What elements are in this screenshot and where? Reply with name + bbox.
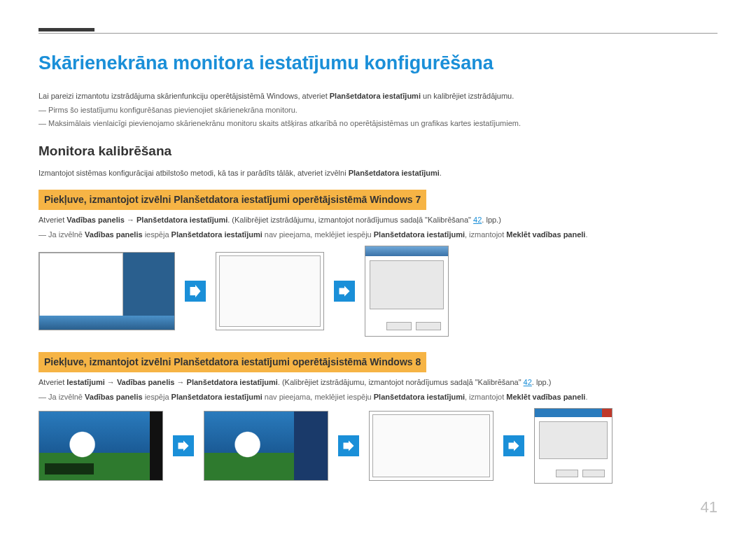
win8-d-m3: , izmantojot: [465, 393, 506, 401]
arrow-icon: [338, 435, 359, 456]
intro-text-1: Lai pareizi izmantotu izstrādājuma skāri…: [38, 92, 330, 100]
win8-b1: Iestatījumi: [66, 378, 104, 386]
svg-marker-1: [340, 286, 350, 297]
win8-tail: . lpp.): [532, 378, 552, 386]
svg-marker-2: [178, 441, 189, 451]
win8-note: Ja izvēlnē Vadības panelis iespēja Planš…: [38, 391, 718, 403]
win8-heading-band: Piekļuve, izmantojot izvēlni Planšetdato…: [38, 352, 426, 372]
win8-shot-desktop: [38, 411, 163, 481]
arrow-icon: [503, 435, 524, 456]
win8-d-b2: Planšetdatora iestatījumi: [172, 393, 262, 401]
win7-d-b2: Planšetdatora iestatījumi: [172, 230, 262, 239]
win8-d-t1: Ja izvēlnē: [48, 393, 85, 401]
win7-page-link[interactable]: 42: [473, 216, 482, 224]
win7-b1: Vadības panelis: [66, 216, 125, 224]
arrow-icon: [173, 435, 194, 456]
win7-b2: Planšetdatora iestatījumi: [136, 216, 227, 224]
win7-paragraph: Atveriet Vadības panelis → Planšetdatora…: [38, 214, 718, 226]
win8-d-m1: iespēja: [143, 393, 172, 401]
win7-d-m3: , izmantojot: [465, 230, 506, 239]
win8-a1: →: [105, 378, 117, 386]
intro-text-2: un kalibrējiet izstrādājumu.: [421, 92, 514, 100]
win8-screenshot-row: [38, 408, 718, 484]
win7-a1: →: [125, 216, 136, 224]
win8-t1: Atveriet: [38, 378, 66, 386]
win7-heading-band: Piekļuve, izmantojot izvēlni Planšetdato…: [38, 190, 426, 210]
section-heading: Monitora kalibrēšana: [38, 141, 718, 162]
win7-t1: Atveriet: [38, 216, 66, 224]
win8-b3: Planšetdatora iestatījumi: [187, 378, 278, 386]
win7-shot-controlpanel: [216, 252, 324, 330]
win8-a2: →: [174, 378, 186, 386]
win8-page-link[interactable]: 42: [524, 378, 532, 386]
win8-b2: Vadības panelis: [117, 378, 175, 386]
win8-d-b1: Vadības panelis: [85, 393, 143, 401]
win8-shot-settings-charm: [204, 411, 328, 481]
win8-paragraph: Atveriet Iestatījumi → Vadības panelis →…: [38, 377, 718, 388]
win7-mid: . (Kalibrējiet izstrādājumu, izmantojot …: [227, 216, 473, 224]
win7-d-b4: Meklēt vadības paneli: [506, 230, 585, 239]
section-paragraph: Izmantojot sistēmas konfigurācijai atbil…: [38, 167, 718, 179]
svg-marker-3: [344, 441, 354, 451]
win7-d-m1: iespēja: [143, 230, 172, 239]
win7-d-b1: Vadības panelis: [85, 230, 143, 239]
win8-d-b3: Planšetdatora iestatījumi: [374, 393, 465, 401]
intro-paragraph: Lai pareizi izmantotu izstrādājuma skāri…: [38, 90, 718, 102]
win7-d-m2: nav pieejama, meklējiet iespēju: [262, 230, 374, 239]
intro-note-1: Pirms šo iestatījumu konfigurēšanas piev…: [38, 104, 718, 116]
chapter-rule-thin: [38, 33, 718, 34]
section-bold: Planšetdatora iestatījumi: [349, 169, 440, 177]
page-title: Skārienekrāna monitora iestatījumu konfi…: [38, 49, 718, 78]
section-text-2: .: [440, 169, 442, 177]
page-number: 41: [701, 496, 718, 519]
arrow-icon: [334, 281, 355, 302]
win7-tail: . lpp.): [482, 216, 501, 224]
svg-marker-4: [509, 441, 519, 451]
win7-shot-tablet-settings: [365, 246, 449, 337]
win7-d-b3: Planšetdatora iestatījumi: [374, 230, 465, 239]
win7-note: Ja izvēlnē Vadības panelis iespēja Planš…: [38, 229, 718, 241]
win7-shot-startmenu: [38, 252, 175, 330]
win8-d-suf: .: [585, 393, 587, 401]
win8-d-b4: Meklēt vadības paneli: [506, 393, 585, 401]
win7-screenshot-row: [38, 246, 718, 337]
win7-d-t1: Ja izvēlnē: [48, 230, 85, 239]
intro-bold: Planšetdatora iestatījumi: [330, 92, 421, 100]
chapter-rule-thick: [38, 28, 94, 31]
win7-d-suf: .: [585, 230, 587, 239]
intro-note-2: Maksimālais vienlaicīgi pievienojamo skā…: [38, 118, 718, 129]
arrow-icon: [185, 281, 206, 302]
win8-mid: . (Kalibrējiet izstrādājumu, izmantojot …: [278, 378, 524, 386]
win8-shot-tablet-settings: [534, 408, 612, 484]
win8-shot-controlpanel: [369, 411, 493, 481]
section-text-1: Izmantojot sistēmas konfigurācijai atbil…: [38, 169, 349, 177]
win8-d-m2: nav pieejama, meklējiet iespēju: [262, 393, 374, 401]
